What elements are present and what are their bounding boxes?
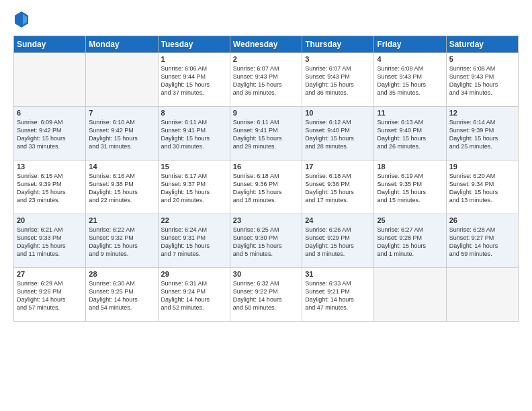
day-number: 18 bbox=[377, 163, 443, 171]
calendar-cell: 27Sunrise: 6:29 AMSunset: 9:26 PMDayligh… bbox=[14, 268, 86, 322]
calendar-cell: 13Sunrise: 6:15 AMSunset: 9:39 PMDayligh… bbox=[14, 161, 86, 214]
day-number: 14 bbox=[89, 163, 154, 171]
day-number: 16 bbox=[233, 163, 299, 171]
calendar-week-row: 20Sunrise: 6:21 AMSunset: 9:33 PMDayligh… bbox=[14, 214, 519, 268]
calendar-cell: 28Sunrise: 6:30 AMSunset: 9:25 PMDayligh… bbox=[86, 268, 158, 322]
day-number: 19 bbox=[449, 163, 515, 171]
calendar-cell: 2Sunrise: 6:07 AMSunset: 9:43 PMDaylight… bbox=[230, 53, 302, 107]
day-number: 31 bbox=[305, 270, 371, 278]
calendar-cell: 23Sunrise: 6:25 AMSunset: 9:30 PMDayligh… bbox=[230, 214, 302, 268]
day-number: 20 bbox=[17, 216, 83, 224]
calendar-cell: 31Sunrise: 6:33 AMSunset: 9:21 PMDayligh… bbox=[302, 268, 374, 322]
day-number: 30 bbox=[233, 270, 299, 278]
cell-info: Sunrise: 6:12 AMSunset: 9:40 PMDaylight:… bbox=[305, 118, 371, 151]
day-number: 27 bbox=[17, 270, 83, 278]
cell-info: Sunrise: 6:17 AMSunset: 9:37 PMDaylight:… bbox=[161, 172, 227, 205]
calendar-cell: 8Sunrise: 6:11 AMSunset: 9:41 PMDaylight… bbox=[158, 107, 230, 161]
calendar-cell: 20Sunrise: 6:21 AMSunset: 9:33 PMDayligh… bbox=[14, 214, 86, 268]
calendar-week-row: 27Sunrise: 6:29 AMSunset: 9:26 PMDayligh… bbox=[14, 268, 519, 322]
calendar-cell: 21Sunrise: 6:22 AMSunset: 9:32 PMDayligh… bbox=[86, 214, 158, 268]
day-number: 11 bbox=[377, 109, 443, 117]
weekday-header: Monday bbox=[86, 36, 158, 53]
calendar-cell: 4Sunrise: 6:08 AMSunset: 9:43 PMDaylight… bbox=[374, 53, 446, 107]
day-number: 2 bbox=[233, 55, 299, 63]
calendar-table: SundayMondayTuesdayWednesdayThursdayFrid… bbox=[13, 36, 519, 322]
day-number: 22 bbox=[161, 216, 227, 224]
day-number: 17 bbox=[305, 163, 371, 171]
cell-info: Sunrise: 6:11 AMSunset: 9:41 PMDaylight:… bbox=[161, 118, 227, 151]
cell-info: Sunrise: 6:33 AMSunset: 9:21 PMDaylight:… bbox=[305, 279, 371, 312]
day-number: 8 bbox=[161, 109, 227, 117]
cell-info: Sunrise: 6:22 AMSunset: 9:32 PMDaylight:… bbox=[89, 226, 154, 259]
calendar-cell: 18Sunrise: 6:19 AMSunset: 9:35 PMDayligh… bbox=[374, 161, 446, 214]
day-number: 1 bbox=[161, 55, 227, 63]
day-number: 7 bbox=[89, 109, 154, 117]
day-number: 25 bbox=[377, 216, 443, 224]
calendar-cell: 6Sunrise: 6:09 AMSunset: 9:42 PMDaylight… bbox=[14, 107, 86, 161]
weekday-header: Friday bbox=[374, 36, 446, 53]
cell-info: Sunrise: 6:31 AMSunset: 9:24 PMDaylight:… bbox=[161, 279, 227, 312]
calendar-cell: 16Sunrise: 6:18 AMSunset: 9:36 PMDayligh… bbox=[230, 161, 302, 214]
calendar-week-row: 6Sunrise: 6:09 AMSunset: 9:42 PMDaylight… bbox=[14, 107, 519, 161]
calendar-cell bbox=[446, 268, 518, 322]
weekday-header-row: SundayMondayTuesdayWednesdayThursdayFrid… bbox=[14, 36, 519, 53]
day-number: 24 bbox=[305, 216, 371, 224]
weekday-header: Saturday bbox=[446, 36, 518, 53]
calendar-cell bbox=[86, 53, 158, 107]
day-number: 3 bbox=[305, 55, 371, 63]
calendar-cell bbox=[374, 268, 446, 322]
calendar-cell: 12Sunrise: 6:14 AMSunset: 9:39 PMDayligh… bbox=[446, 107, 518, 161]
day-number: 10 bbox=[305, 109, 371, 117]
calendar-cell: 3Sunrise: 6:07 AMSunset: 9:43 PMDaylight… bbox=[302, 53, 374, 107]
calendar-cell: 10Sunrise: 6:12 AMSunset: 9:40 PMDayligh… bbox=[302, 107, 374, 161]
cell-info: Sunrise: 6:32 AMSunset: 9:22 PMDaylight:… bbox=[233, 279, 299, 312]
cell-info: Sunrise: 6:13 AMSunset: 9:40 PMDaylight:… bbox=[377, 118, 443, 151]
day-number: 5 bbox=[449, 55, 515, 63]
calendar-cell: 15Sunrise: 6:17 AMSunset: 9:37 PMDayligh… bbox=[158, 161, 230, 214]
calendar-cell: 22Sunrise: 6:24 AMSunset: 9:31 PMDayligh… bbox=[158, 214, 230, 268]
cell-info: Sunrise: 6:30 AMSunset: 9:25 PMDaylight:… bbox=[89, 279, 154, 312]
day-number: 23 bbox=[233, 216, 299, 224]
calendar-cell: 24Sunrise: 6:26 AMSunset: 9:29 PMDayligh… bbox=[302, 214, 374, 268]
cell-info: Sunrise: 6:08 AMSunset: 9:43 PMDaylight:… bbox=[449, 64, 515, 97]
calendar-cell: 11Sunrise: 6:13 AMSunset: 9:40 PMDayligh… bbox=[374, 107, 446, 161]
header bbox=[13, 10, 519, 29]
page: SundayMondayTuesdayWednesdayThursdayFrid… bbox=[0, 0, 532, 411]
calendar-cell: 19Sunrise: 6:20 AMSunset: 9:34 PMDayligh… bbox=[446, 161, 518, 214]
calendar-cell: 9Sunrise: 6:11 AMSunset: 9:41 PMDaylight… bbox=[230, 107, 302, 161]
calendar-cell: 14Sunrise: 6:16 AMSunset: 9:38 PMDayligh… bbox=[86, 161, 158, 214]
cell-info: Sunrise: 6:18 AMSunset: 9:36 PMDaylight:… bbox=[233, 172, 299, 205]
weekday-header: Sunday bbox=[14, 36, 86, 53]
cell-info: Sunrise: 6:26 AMSunset: 9:29 PMDaylight:… bbox=[305, 226, 371, 259]
day-number: 28 bbox=[89, 270, 154, 278]
cell-info: Sunrise: 6:08 AMSunset: 9:43 PMDaylight:… bbox=[377, 64, 443, 97]
cell-info: Sunrise: 6:09 AMSunset: 9:42 PMDaylight:… bbox=[17, 118, 83, 151]
weekday-header: Wednesday bbox=[230, 36, 302, 53]
cell-info: Sunrise: 6:29 AMSunset: 9:26 PMDaylight:… bbox=[17, 279, 83, 312]
calendar-cell bbox=[14, 53, 86, 107]
logo-icon bbox=[13, 10, 30, 29]
cell-info: Sunrise: 6:16 AMSunset: 9:38 PMDaylight:… bbox=[89, 172, 154, 205]
day-number: 13 bbox=[17, 163, 83, 171]
cell-info: Sunrise: 6:15 AMSunset: 9:39 PMDaylight:… bbox=[17, 172, 83, 205]
calendar-cell: 26Sunrise: 6:28 AMSunset: 9:27 PMDayligh… bbox=[446, 214, 518, 268]
cell-info: Sunrise: 6:11 AMSunset: 9:41 PMDaylight:… bbox=[233, 118, 299, 151]
day-number: 29 bbox=[161, 270, 227, 278]
day-number: 6 bbox=[17, 109, 83, 117]
calendar-cell: 7Sunrise: 6:10 AMSunset: 9:42 PMDaylight… bbox=[86, 107, 158, 161]
cell-info: Sunrise: 6:24 AMSunset: 9:31 PMDaylight:… bbox=[161, 226, 227, 259]
cell-info: Sunrise: 6:18 AMSunset: 9:36 PMDaylight:… bbox=[305, 172, 371, 205]
cell-info: Sunrise: 6:20 AMSunset: 9:34 PMDaylight:… bbox=[449, 172, 515, 205]
calendar-cell: 17Sunrise: 6:18 AMSunset: 9:36 PMDayligh… bbox=[302, 161, 374, 214]
calendar-cell: 29Sunrise: 6:31 AMSunset: 9:24 PMDayligh… bbox=[158, 268, 230, 322]
cell-info: Sunrise: 6:27 AMSunset: 9:28 PMDaylight:… bbox=[377, 226, 443, 259]
calendar-cell: 25Sunrise: 6:27 AMSunset: 9:28 PMDayligh… bbox=[374, 214, 446, 268]
cell-info: Sunrise: 6:14 AMSunset: 9:39 PMDaylight:… bbox=[449, 118, 515, 151]
calendar-cell: 5Sunrise: 6:08 AMSunset: 9:43 PMDaylight… bbox=[446, 53, 518, 107]
day-number: 12 bbox=[449, 109, 515, 117]
calendar-cell: 1Sunrise: 6:06 AMSunset: 9:44 PMDaylight… bbox=[158, 53, 230, 107]
day-number: 26 bbox=[449, 216, 515, 224]
cell-info: Sunrise: 6:25 AMSunset: 9:30 PMDaylight:… bbox=[233, 226, 299, 259]
cell-info: Sunrise: 6:21 AMSunset: 9:33 PMDaylight:… bbox=[17, 226, 83, 259]
day-number: 9 bbox=[233, 109, 299, 117]
